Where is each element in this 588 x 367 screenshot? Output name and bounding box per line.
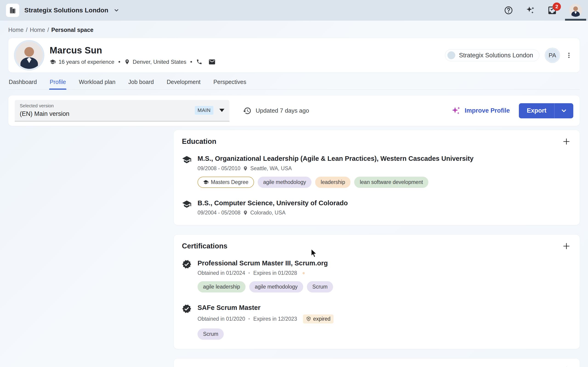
company-logo[interactable] [6, 4, 19, 17]
education-entry: B.S., Computer Science, University of Co… [182, 199, 571, 216]
main-version-badge: MAIN [195, 106, 213, 115]
degree-chip[interactable]: Masters Degree [198, 177, 254, 188]
export-button[interactable]: Export [519, 103, 573, 118]
active-user-indicator [565, 19, 586, 21]
certification-expires: Expires in 01/2028 [253, 270, 297, 276]
expired-status-badge: expired [303, 315, 333, 323]
breadcrumb-home-2[interactable]: Home [30, 27, 45, 33]
education-location: Seattle, WA, USA [250, 165, 292, 172]
tasks-inbox-button[interactable]: 2 [547, 5, 557, 15]
certification-entry: SAFe Scrum Master Obtained in 01/2020 Ex… [182, 303, 571, 340]
skill-chip[interactable]: agile methodology [249, 281, 303, 292]
tab-profile[interactable]: Profile [49, 75, 66, 90]
breadcrumb-current: Personal space [51, 27, 93, 33]
plus-icon [562, 242, 571, 250]
improve-profile-button[interactable]: Improve Profile [451, 106, 510, 116]
education-title: Education [182, 137, 216, 146]
org-badge-label: Strategix Solutions London [459, 52, 533, 59]
add-certification-button[interactable] [561, 241, 571, 251]
breadcrumb-home[interactable]: Home [8, 27, 24, 33]
location-pin-icon [124, 59, 130, 65]
profile-header-card: Marcus Sun 16 years of experience Denver… [8, 38, 580, 73]
version-select-value: (EN) Main version [20, 110, 69, 117]
tab-development[interactable]: Development [166, 75, 201, 90]
kebab-menu-icon [565, 52, 572, 59]
tab-dashboard[interactable]: Dashboard [8, 75, 37, 90]
education-entry-title[interactable]: M.S., Organizational Leadership (Agile &… [198, 154, 474, 163]
user-avatar[interactable] [569, 4, 582, 17]
more-options-button[interactable] [565, 52, 572, 59]
dot-separator [247, 270, 251, 276]
experience-icon [50, 59, 56, 65]
graduation-cap-icon [182, 199, 191, 216]
education-dates: 09/2004 - 05/2008 [198, 210, 241, 216]
last-updated: Updated 7 days ago [243, 106, 309, 115]
top-bar: Strategix Solutions London 2 [0, 0, 588, 21]
skill-chip[interactable]: leadership [315, 177, 351, 188]
ai-sparkles-icon [525, 5, 535, 15]
accreditations-title: Accreditations [182, 366, 231, 367]
degree-cap-icon [203, 179, 208, 185]
ai-assistant-button[interactable] [525, 5, 535, 15]
mail-icon[interactable] [208, 58, 216, 66]
location-pin-icon [243, 166, 248, 171]
location-pin-icon [243, 210, 248, 215]
education-dates: 09/2008 - 05/2010 [198, 165, 241, 172]
page-title-person-name: Marcus Sun [50, 45, 216, 56]
skill-chip[interactable]: agile methodology [258, 177, 312, 188]
certification-entry: Professional Scrum Master III, Scrum.org… [182, 259, 571, 292]
select-caret-icon [219, 109, 225, 112]
certifications-title: Certifications [182, 242, 227, 250]
education-section: Education M.S., Organizational Leadershi… [173, 130, 580, 225]
skill-chip[interactable]: agile leadership [198, 281, 246, 292]
certification-obtained: Obtained in 01/2024 [198, 270, 245, 276]
plus-icon [562, 366, 571, 367]
plus-icon [562, 137, 571, 146]
secondary-avatar[interactable]: PA [546, 49, 559, 62]
bullet-separator [190, 61, 192, 63]
degree-chip-label: Masters Degree [211, 179, 249, 185]
skill-chip[interactable]: Scrum [198, 328, 224, 340]
certification-entry-title[interactable]: Professional Scrum Master III, Scrum.org [198, 259, 333, 268]
export-dropdown-toggle[interactable] [554, 107, 573, 114]
tab-workload-plan[interactable]: Workload plan [78, 75, 116, 90]
org-dot-icon [447, 51, 455, 59]
tab-perspectives[interactable]: Perspectives [213, 75, 247, 90]
certification-expires: Expires in 12/2023 [253, 316, 297, 322]
certification-obtained: Obtained in 01/2020 [198, 316, 245, 322]
certificate-seal-icon [182, 259, 191, 292]
org-switcher[interactable]: Strategix Solutions London [6, 4, 120, 17]
education-location: Colorado, USA [250, 210, 285, 216]
phone-icon[interactable] [196, 59, 202, 65]
profile-photo[interactable] [16, 42, 43, 69]
version-select[interactable]: Selected version (EN) Main version MAIN [15, 100, 229, 121]
experience-text: 16 years of experience [59, 59, 114, 65]
bullet-separator [119, 61, 120, 63]
skill-chip[interactable]: Scrum [307, 281, 333, 292]
breadcrumb-separator [26, 27, 27, 33]
education-entry: M.S., Organizational Leadership (Agile &… [182, 154, 571, 188]
profile-tabs: Dashboard Profile Workload plan Job boar… [8, 75, 580, 90]
dot-separator [247, 316, 251, 322]
accreditations-section: Accreditations French Work Permit, Frenc… [173, 358, 580, 367]
tab-job-board[interactable]: Job board [128, 75, 154, 90]
building-icon [9, 6, 17, 14]
improve-sparkles-icon [451, 106, 461, 116]
add-accreditation-button[interactable] [561, 365, 571, 367]
export-label: Export [519, 107, 554, 114]
version-bar-card: Selected version (EN) Main version MAIN … [8, 95, 580, 126]
certifications-section: Certifications Professional Scrum Master… [173, 234, 580, 349]
expiry-indicator-dot [303, 272, 305, 274]
history-icon [243, 106, 251, 115]
expired-label: expired [313, 316, 330, 322]
help-button[interactable] [504, 6, 513, 15]
skill-chip[interactable]: lean software development [354, 177, 428, 188]
org-badge-pill[interactable]: Strategix Solutions London [445, 49, 539, 61]
education-entry-title[interactable]: B.S., Computer Science, University of Co… [198, 199, 348, 208]
profile-sections: Education M.S., Organizational Leadershi… [173, 130, 580, 367]
add-education-button[interactable] [561, 136, 571, 147]
last-updated-text: Updated 7 days ago [256, 107, 309, 114]
help-icon [504, 6, 513, 15]
certification-entry-title[interactable]: SAFe Scrum Master [198, 303, 334, 312]
location-text: Denver, United States [133, 59, 186, 65]
